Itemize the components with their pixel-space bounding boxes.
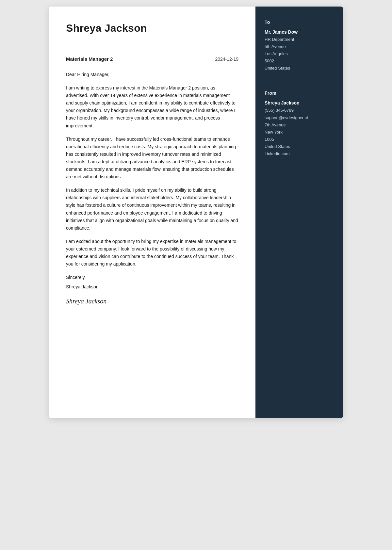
sidebar-divider [265, 81, 333, 81]
cover-letter-page: Shreya Jackson Materials Manager 2 2024-… [49, 7, 343, 418]
sidebar-sender-name: Shreya Jackson [265, 100, 333, 105]
letter-sidebar: To Mr. James Dow HR Department 5th Avenu… [255, 7, 343, 418]
letter-paragraph-4: I am excited about the opportunity to br… [66, 238, 238, 268]
sidebar-recipient-city: Los Angeles [265, 50, 333, 57]
sidebar-recipient-street: 5th Avenue [265, 43, 333, 50]
sidebar-to-section: To Mr. James Dow HR Department 5th Avenu… [265, 20, 333, 72]
header-divider [66, 39, 238, 39]
letter-header: Shreya Jackson [66, 22, 238, 47]
job-title: Materials Manager 2 [66, 56, 113, 62]
letter-closing-name: Shreya Jackson [66, 283, 238, 291]
sidebar-from-section: From Shreya Jackson (555) 345-6789 suppo… [265, 90, 333, 157]
letter-main-content: Shreya Jackson Materials Manager 2 2024-… [49, 7, 255, 418]
sidebar-sender-city: New York [265, 129, 333, 136]
sidebar-sender-phone: (555) 345-6789 [265, 107, 333, 114]
letter-body: Dear Hiring Manager, I am writing to exp… [66, 71, 238, 307]
sidebar-sender-zip: 1005 [265, 136, 333, 143]
applicant-name: Shreya Jackson [66, 22, 238, 34]
sidebar-recipient-country: United States [265, 65, 333, 72]
sidebar-to-label: To [265, 20, 333, 25]
sidebar-sender-country: United States [265, 143, 333, 150]
letter-paragraph-2: Throughout my career, I have successfull… [66, 136, 238, 181]
sidebar-sender-email: support@cvdesigner.ai [265, 114, 333, 121]
sidebar-recipient-department: HR Department [265, 36, 333, 43]
letter-meta: Materials Manager 2 2024-12-19 [66, 56, 238, 62]
letter-paragraph-1: I am writing to express my interest in t… [66, 84, 238, 130]
letter-greeting: Dear Hiring Manager, [66, 71, 238, 78]
letter-date: 2024-12-19 [215, 57, 238, 62]
letter-signature: Shreya Jackson [66, 296, 238, 307]
sidebar-from-label: From [265, 90, 333, 96]
sidebar-sender-street: 7th Avenue [265, 121, 333, 129]
sidebar-sender-website: Linkedin.com [265, 150, 333, 157]
letter-closing: Sincerely, [66, 274, 238, 281]
sidebar-recipient-zip: 5002 [265, 57, 333, 65]
sidebar-recipient-name: Mr. James Dow [265, 29, 333, 35]
letter-paragraph-3: In addition to my technical skills, I pr… [66, 186, 238, 232]
